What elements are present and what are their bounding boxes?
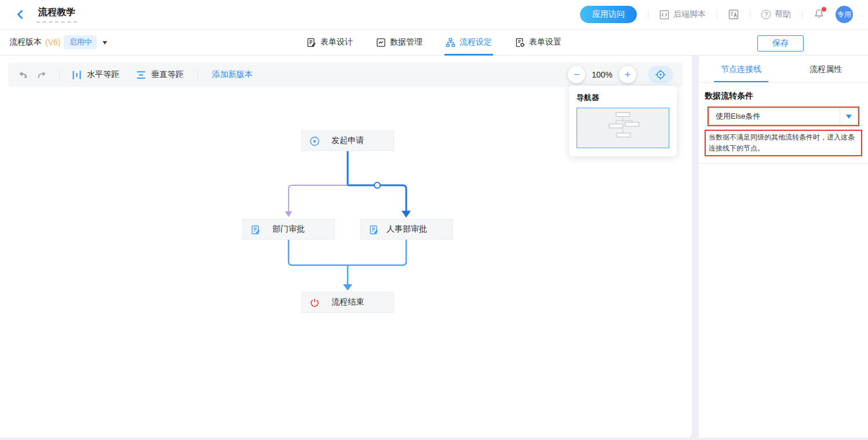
tab-label: 表单设置 (529, 37, 561, 47)
annotation-box-description: 当数据不满足同级的其他流转条件时，进入这条连接线下的节点。 (705, 130, 862, 156)
undo-icon (17, 69, 28, 80)
zoom-in-button[interactable]: + (619, 66, 636, 83)
select-caret-area[interactable] (840, 109, 857, 124)
version-number: (V6) (45, 38, 60, 47)
node-label: 发起申请 (331, 135, 364, 146)
redo-icon (37, 69, 48, 80)
properties-panel: 节点连接线 流程属性 数据流转条件 使用Else条件 当数据不满足同级的其他流转… (699, 56, 868, 438)
minimap-graph (577, 108, 669, 148)
translate-icon (728, 9, 739, 20)
zoom-out-button[interactable]: − (568, 66, 585, 83)
help-label: 帮助 (775, 9, 791, 20)
workspace: 水平等距 垂直等距 添加新版本 − 100% + (0, 56, 868, 440)
start-play-icon (309, 136, 320, 146)
module-tabs: 表单设计 数据管理 流程设定 (307, 30, 561, 56)
page-title: 流程教学 (37, 6, 77, 23)
edge-handle[interactable] (374, 182, 380, 188)
divider (59, 70, 60, 79)
navigator-panel: 导航器 (569, 86, 677, 156)
version-label: 流程版本 (9, 37, 42, 47)
code-icon (659, 10, 669, 20)
vertical-spacing-label: 垂直等距 (151, 69, 184, 80)
app-access-button[interactable]: 应用访问 (580, 6, 637, 23)
edge-else[interactable] (285, 185, 348, 217)
horizontal-spacing-button[interactable]: 水平等距 (71, 69, 119, 80)
form-design-icon (307, 38, 316, 47)
tab-label: 数据管理 (390, 37, 422, 47)
tab-label: 流程设定 (459, 37, 492, 47)
flow-node-start[interactable]: 发起申请 (301, 130, 394, 151)
tab-node-connection[interactable]: 节点连接线 (699, 56, 783, 82)
crosshair-icon (654, 68, 667, 81)
save-button[interactable]: 保存 (757, 35, 804, 52)
zoom-level: 100% (592, 70, 612, 79)
undo-button[interactable] (17, 69, 28, 80)
form-approval-icon (369, 225, 379, 235)
chevron-left-icon (15, 9, 25, 20)
divider (648, 10, 648, 19)
tab-flow-properties[interactable]: 流程属性 (783, 56, 868, 82)
node-label: 人事部审批 (386, 224, 427, 234)
notification-dot (822, 7, 826, 12)
app-page: 流程教学 应用访问 后端脚本 ? (0, 0, 868, 440)
vertical-spacing-icon (136, 69, 147, 80)
edge-merge[interactable] (289, 240, 406, 291)
data-manage-icon (376, 38, 386, 47)
node-label: 流程结束 (331, 297, 364, 307)
version-bar: 流程版本(V6) 启用中 表单设计 数据管理 (0, 30, 868, 56)
navigator-title: 导航器 (577, 93, 669, 103)
locate-button[interactable] (648, 66, 673, 83)
tab-form-settings[interactable]: 表单设置 (515, 30, 561, 56)
chevron-down-icon (846, 115, 852, 122)
flow-node-hr-approval[interactable]: 人事部审批 (360, 219, 453, 240)
flow-setting-icon (446, 38, 455, 47)
navigator-minimap[interactable] (577, 108, 669, 148)
backend-script-label: 后端脚本 (673, 9, 706, 20)
tab-label: 节点连接线 (714, 64, 768, 82)
tab-label: 流程属性 (803, 64, 849, 82)
tab-flow-setting[interactable]: 流程设定 (446, 30, 492, 56)
tab-label: 表单设计 (320, 37, 353, 47)
horizontal-spacing-icon (71, 69, 82, 80)
form-settings-icon (515, 38, 525, 47)
canvas-toolbar: 水平等距 垂直等距 添加新版本 − 100% + (8, 63, 683, 87)
version-selector[interactable]: 流程版本(V6) 启用中 (9, 35, 107, 49)
horizontal-spacing-label: 水平等距 (87, 69, 119, 80)
notifications-button[interactable] (814, 8, 825, 21)
tab-form-design[interactable]: 表单设计 (307, 30, 353, 56)
properties-tabs: 节点连接线 流程属性 (699, 56, 868, 83)
tab-data-manage[interactable]: 数据管理 (376, 30, 422, 56)
divider (750, 10, 750, 19)
edge-selected[interactable] (348, 151, 411, 218)
condition-select[interactable]: 使用Else条件 (709, 108, 858, 124)
back-button[interactable] (15, 9, 27, 20)
add-version-link[interactable]: 添加新版本 (212, 69, 253, 80)
form-approval-icon (250, 225, 261, 235)
status-badge: 启用中 (64, 35, 97, 49)
chevron-down-icon (103, 41, 107, 47)
condition-description: 当数据不满足同级的其他流转条件时，进入这条连接线下的节点。 (709, 133, 855, 152)
help-icon: ? (761, 10, 771, 19)
vertical-spacing-button[interactable]: 垂直等距 (136, 69, 184, 80)
flow-canvas[interactable]: 水平等距 垂直等距 添加新版本 − 100% + (0, 56, 692, 438)
divider (699, 163, 868, 164)
help-button[interactable]: ? 帮助 (761, 9, 791, 20)
redo-button[interactable] (37, 69, 48, 80)
app-header: 流程教学 应用访问 后端脚本 ? (0, 0, 868, 30)
avatar[interactable]: 专用 (836, 6, 853, 23)
language-template-button[interactable] (728, 9, 739, 20)
end-power-icon (309, 298, 320, 308)
connection-settings: 数据流转条件 使用Else条件 当数据不满足同级的其他流转条件时，进入这条连接线… (699, 83, 868, 156)
header-actions: 应用访问 后端脚本 ? 帮助 (580, 6, 853, 23)
divider (717, 10, 717, 19)
annotation-box-select: 使用Else条件 (707, 107, 859, 126)
divider (802, 10, 803, 19)
divider (198, 70, 198, 79)
condition-select-value: 使用Else条件 (710, 111, 840, 122)
section-title: 数据流转条件 (705, 91, 862, 101)
node-label: 部门审批 (272, 224, 305, 234)
backend-script-button[interactable]: 后端脚本 (659, 9, 706, 20)
flow-node-end[interactable]: 流程结束 (301, 292, 394, 313)
flow-node-dept-approval[interactable]: 部门审批 (242, 219, 335, 240)
